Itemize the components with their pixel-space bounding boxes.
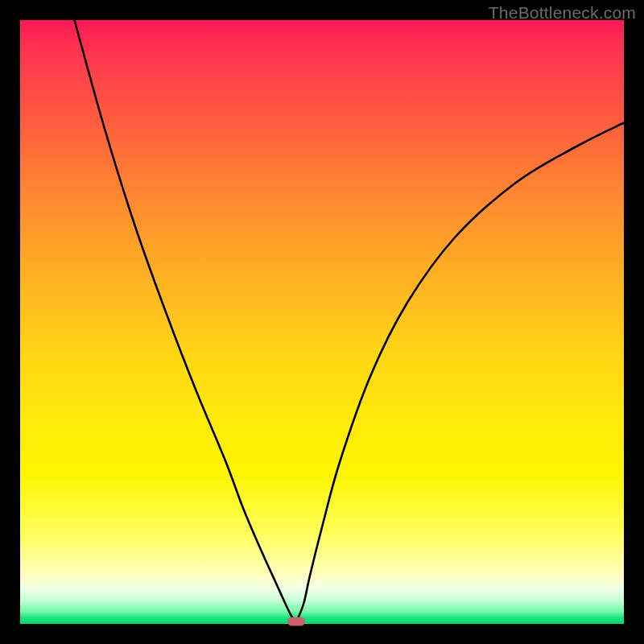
chart-frame: TheBottleneck.com <box>0 0 644 644</box>
curve-svg <box>20 20 624 624</box>
curve-path <box>75 20 625 621</box>
plot-area <box>20 20 624 624</box>
